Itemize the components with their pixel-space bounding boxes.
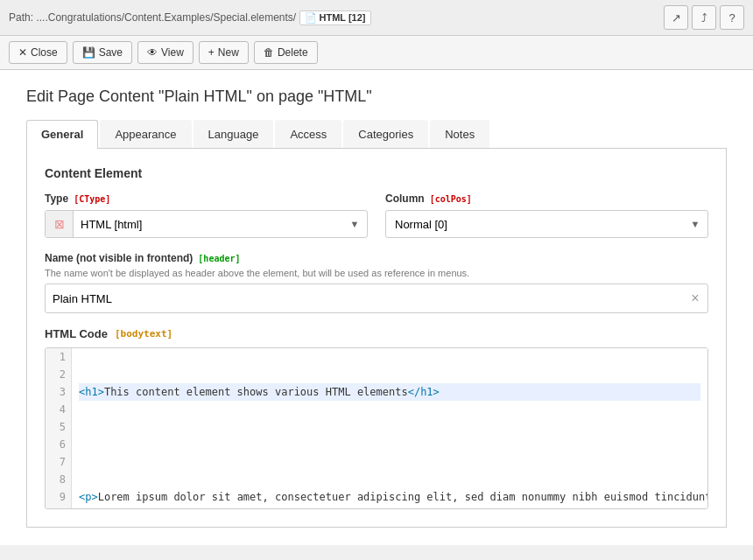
type-field-group: Type [CType] ⊠ HTML [html] ▼ [45,192,368,238]
line-num-1: 1 [46,348,71,366]
save-button[interactable]: 💾 Save [73,41,132,64]
name-hint: The name won't be displayed as header ab… [45,268,708,278]
tab-access[interactable]: Access [275,120,341,148]
line-num-2: 2 [46,366,71,383]
page-title: Edit Page Content "Plain HTML" on page "… [26,88,727,106]
close-button[interactable]: ✕ Close [9,41,67,64]
name-section: Name (not visible in frontend) [header] … [45,252,708,313]
line-num-7: 7 [46,453,71,471]
delete-icon: 🗑 [264,46,274,59]
action-toolbar: ✕ Close 💾 Save 👁 View + New 🗑 Delete [0,36,753,70]
help-button[interactable]: ? [720,5,744,30]
delete-label: Delete [278,46,308,59]
column-select[interactable]: Normal [0] [386,214,683,235]
close-icon: ✕ [18,46,27,59]
name-input-wrapper: × [45,284,708,313]
delete-button[interactable]: 🗑 Delete [254,41,318,64]
column-tag: [colPos] [430,194,472,204]
type-tag: [CType] [74,194,110,204]
line-num-6: 6 [46,436,71,453]
tab-categories[interactable]: Categories [343,120,428,148]
code-line-2 [79,436,700,453]
save-icon: 💾 [82,46,95,59]
name-field-label: Name (not visible in frontend) [header] [45,252,708,264]
line-num-3: 3 [46,383,71,401]
tab-notes[interactable]: Notes [430,120,489,148]
help-icon: ? [728,11,735,24]
line-numbers: 1 2 3 4 5 6 7 8 9 [46,348,72,508]
save-label: Save [99,46,123,59]
tab-general[interactable]: General [26,120,98,149]
html-badge: 📄 HTML [12] [299,10,371,25]
code-lines[interactable]: <h1>This content element shows various H… [72,348,707,508]
html-badge-text: HTML [12] [320,12,366,23]
code-line-1: <h1>This content element shows various H… [79,383,700,401]
column-select-wrapper[interactable]: Normal [0] ▼ [385,210,708,238]
type-column-row: Type [CType] ⊠ HTML [html] ▼ Column [col… [45,192,708,238]
bodytext-tag: [bodytext] [115,328,172,340]
line-num-8: 8 [46,471,71,488]
html-code-label: HTML Code [bodytext] [45,327,708,340]
tab-appearance[interactable]: Appearance [100,120,191,148]
main-content: Edit Page Content "Plain HTML" on page "… [0,70,753,545]
type-select-wrapper[interactable]: ⊠ HTML [html] ▼ [45,210,368,238]
close-label: Close [31,46,58,59]
tabs-bar: General Appearance Language Access Categ… [26,120,727,149]
content-element-section-title: Content Element [45,166,708,180]
type-select-arrow-icon: ▼ [342,211,367,237]
column-select-arrow-icon: ▼ [683,211,707,237]
name-input[interactable] [46,287,683,311]
column-field-group: Column [colPos] Normal [0] ▼ [385,192,708,238]
action-buttons: ✕ Close 💾 Save 👁 View + New 🗑 Delete [9,41,318,64]
view-button[interactable]: 👁 View [137,41,194,64]
view-label: View [161,46,184,59]
line-num-9: 9 [46,488,71,506]
external-link-icon: ↗ [672,11,681,24]
view-icon: 👁 [147,46,158,59]
html-code-section: HTML Code [bodytext] 1 2 3 4 5 6 7 8 9 <… [45,327,708,509]
breadcrumb-path: Path: ....Congratulations/Content.Exampl… [9,10,371,25]
share-icon: ⤴ [701,11,707,24]
type-icon: ⊠ [46,211,74,237]
column-label: Column [colPos] [385,192,708,205]
file-icon: 📄 [305,12,317,24]
tab-content-general: Content Element Type [CType] ⊠ HTML [htm… [26,149,727,528]
type-label: Type [CType] [45,192,368,205]
type-select[interactable]: HTML [html] [74,214,342,235]
name-tag: [header] [198,254,240,263]
name-clear-button[interactable]: × [683,284,707,312]
new-icon: + [208,46,215,59]
line-num-4: 4 [46,401,71,418]
path-label: Path: [9,11,33,24]
new-button[interactable]: + New [199,41,249,64]
share-button[interactable]: ⤴ [692,5,716,30]
external-link-button[interactable]: ↗ [664,5,688,30]
new-label: New [218,46,239,59]
top-toolbar: Path: ....Congratulations/Content.Exampl… [0,0,753,36]
code-line-3: <p>Lorem ipsum dolor sit amet, consectet… [79,488,700,506]
tab-language[interactable]: Language [194,120,274,148]
toolbar-right-actions: ↗ ⤴ ? [664,5,744,30]
line-num-5: 5 [46,418,71,436]
code-editor[interactable]: 1 2 3 4 5 6 7 8 9 <h1>This content eleme… [45,347,708,509]
path-segments: ....Congratulations/Content.Examples/Spe… [36,11,296,24]
